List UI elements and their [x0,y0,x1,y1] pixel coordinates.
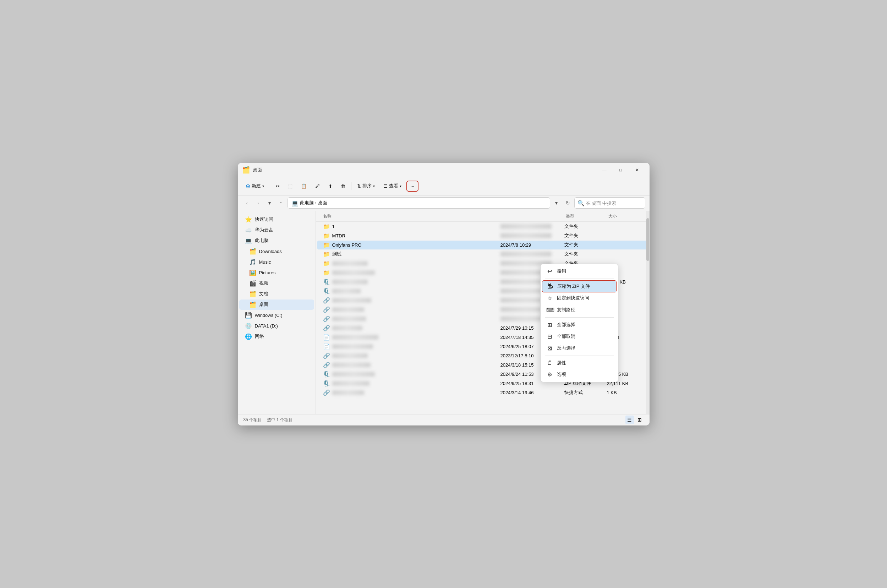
invert-icon: ⊠ [546,345,553,352]
file-name-cell: 🔗 [323,306,500,313]
grid-view-button[interactable]: ⊞ [635,416,644,424]
toolbar: ⊕ 新建 ▾ ✂ ⬚ 📋 🖊 ⬆ 🗑 ⇅ 排序 ▾ ☰ 查 [238,177,650,195]
table-row[interactable]: 📁 测试 文件夹 [317,250,648,259]
shortcut-icon: 🔗 [323,297,330,304]
sidebar-item-label: 此电脑 [255,237,269,244]
menu-item-undo[interactable]: ↩ 撤销 [542,266,617,277]
breadcrumb-pc: 此电脑 [300,200,314,206]
new-label: 新建 [252,183,261,189]
cut-button[interactable]: ✂ [272,182,283,191]
shortcut-icon: 🔗 [323,325,330,332]
new-button[interactable]: ⊕ 新建 ▾ [242,181,268,192]
network-icon: 🌐 [245,333,252,340]
rename-button[interactable]: 🖊 [312,182,323,191]
sidebar-item-network[interactable]: 🌐 网络 [239,332,314,342]
sidebar-item-pictures[interactable]: 🖼️ Pictures [239,268,314,278]
table-row[interactable]: 📁 Onlyfans PRO 2024/7/8 10:29 文件夹 [317,241,648,249]
file-name-cell: 📁 MTDR [323,232,500,239]
search-icon: 🔍 [578,200,585,207]
menu-item-label: 压缩为 ZIP 文件 [557,283,590,290]
folder-icon: 📁 [323,232,330,239]
zip-icon: 🗜 [546,283,554,290]
sort-button[interactable]: ⇅ 排序 ▾ [354,181,378,191]
file-type: 文件夹 [564,232,607,239]
share-icon: ⬆ [328,183,332,189]
text-icon: 📄 [323,343,330,350]
file-name-cell: 📁 [323,260,500,267]
list-view-button[interactable]: ☰ [626,416,634,424]
more-button[interactable]: ··· [407,181,419,192]
sidebar-item-video[interactable]: 🎬 视频 [239,278,314,288]
recent-button[interactable]: ▾ [265,198,275,208]
windows-c-icon: 💾 [245,312,252,319]
sidebar-item-data-d[interactable]: 💿 DATA1 (D:) [239,321,314,331]
file-type: 文件夹 [564,242,607,248]
sidebar-item-label: 快速访问 [255,216,273,222]
menu-item-deselect-all[interactable]: ⊟ 全部取消 [542,331,617,342]
menu-separator-2 [545,317,614,318]
copy-button[interactable]: ⬚ [285,182,296,191]
menu-item-select-all[interactable]: ⊞ 全部选择 [542,319,617,331]
breadcrumb-bar[interactable]: 💻 此电脑 › 桌面 [288,197,550,208]
col-name[interactable]: 名称 [321,213,500,220]
scrollbar-track[interactable] [646,211,650,414]
sidebar: ⭐ 快速访问 ☁️ 华为云盘 💻 此电脑 🗂️ Downloads 🎵 Musi… [238,211,316,414]
delete-button[interactable]: 🗑 [337,182,349,191]
sidebar-item-this-pc[interactable]: 💻 此电脑 [239,236,314,246]
rename-icon: 🖊 [315,183,320,189]
dropdown-button[interactable]: ▾ [552,198,561,208]
file-date [500,224,564,229]
sidebar-item-quick-access[interactable]: ⭐ 快速访问 [239,214,314,225]
status-bar: 35 个项目 选中 1 个项目 ☰ ⊞ [238,414,650,426]
table-row[interactable]: 📁 MTDR 文件夹 [317,231,648,240]
sidebar-item-windows-c[interactable]: 💾 Windows (C:) [239,310,314,320]
menu-item-zip[interactable]: 🗜 压缩为 ZIP 文件 [542,280,617,292]
file-name-cell: 🔗 [323,297,500,304]
file-area: 名称 类型 大小 📁 1 文件夹 [316,211,650,414]
menu-item-options[interactable]: ⚙ 选项 [542,369,617,380]
col-type[interactable]: 类型 [564,213,607,220]
menu-item-copy-path[interactable]: ⌨ 复制路径 [542,304,617,316]
menu-item-properties[interactable]: 🗒 属性 [542,357,617,369]
view-button[interactable]: ☰ 查看 ▾ [380,181,405,191]
up-button[interactable]: ↑ [276,198,286,208]
menu-separator-1 [545,279,614,279]
paste-button[interactable]: 📋 [297,182,310,191]
back-button[interactable]: ‹ [242,198,252,208]
table-row[interactable]: 🔗 2024/3/14 19:46 快捷方式 1 KB [317,388,648,397]
sidebar-item-huawei-cloud[interactable]: ☁️ 华为云盘 [239,225,314,235]
pin-icon: ☆ [546,295,553,302]
file-name-cell: 🗜️ [323,288,500,294]
sort-label: 排序 [362,183,372,189]
search-box[interactable]: 🔍 [574,197,645,208]
file-date [500,233,564,238]
sidebar-item-label: 华为云盘 [255,227,273,233]
minimize-button[interactable]: — [596,164,612,176]
refresh-button[interactable]: ↻ [563,198,573,208]
file-name-cell: 📁 Onlyfans PRO [323,242,500,248]
sidebar-item-music[interactable]: 🎵 Music [239,257,314,267]
maximize-button[interactable]: □ [612,164,629,176]
search-input[interactable] [586,201,642,206]
deselect-all-icon: ⊟ [546,333,553,340]
forward-button[interactable]: › [254,198,263,208]
sidebar-item-docs[interactable]: 🗂️ 文档 [239,289,314,299]
file-date: 2024/3/14 19:46 [500,390,564,395]
menu-item-invert-selection[interactable]: ⊠ 反向选择 [542,342,617,354]
downloads-icon: 🗂️ [249,248,256,255]
share-button[interactable]: ⬆ [325,182,336,191]
menu-item-label: 反向选择 [557,345,575,351]
file-name-cell: 🔗 [323,362,500,368]
docs-icon: 🗂️ [249,291,256,297]
sidebar-item-desktop[interactable]: 🗂️ 桌面 [239,300,314,310]
file-explorer-window: 🗂️ 桌面 — □ ✕ ⊕ 新建 ▾ ✂ ⬚ 📋 🖊 ⬆ [238,163,650,426]
menu-item-pin-quick[interactable]: ☆ 固定到快速访问 [542,292,617,304]
sidebar-item-downloads[interactable]: 🗂️ Downloads [239,246,314,256]
close-button[interactable]: ✕ [629,164,645,176]
table-row[interactable]: 📁 1 文件夹 [317,222,648,231]
file-name-cell: 🔗 [323,352,500,359]
scrollbar-thumb[interactable] [646,218,649,261]
cut-icon: ✂ [276,183,280,189]
col-size[interactable]: 大小 [607,213,642,220]
file-name-cell: 🔗 [323,389,500,396]
